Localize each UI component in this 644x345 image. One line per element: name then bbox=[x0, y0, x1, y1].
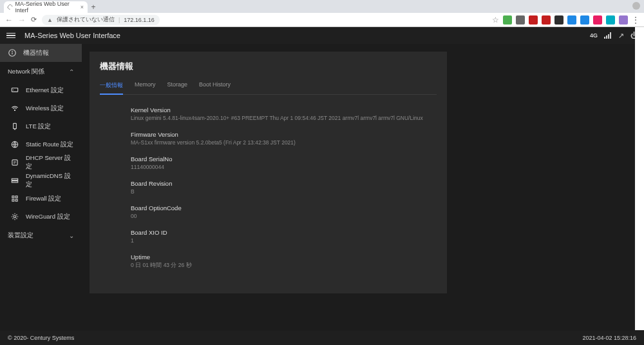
sidebar-icon: IP bbox=[10, 158, 19, 167]
info-value: B bbox=[131, 188, 437, 195]
sidebar-item-label: LTE 設定 bbox=[26, 123, 51, 131]
sidebar-item[interactable]: WireGuard 設定 bbox=[3, 208, 82, 226]
content-area: 機器情報 一般情報MemoryStorageBoot History Kerne… bbox=[82, 44, 644, 331]
svg-point-2 bbox=[12, 51, 13, 52]
sidebar-icon bbox=[10, 212, 19, 221]
info-value: 11140000044 bbox=[131, 164, 437, 171]
svg-rect-14 bbox=[12, 199, 14, 201]
url-text: 172.16.1.16 bbox=[124, 17, 155, 23]
window-control-icon[interactable] bbox=[632, 2, 640, 10]
sidebar-item-device-info[interactable]: 機器情報 bbox=[0, 44, 82, 62]
extension-icon[interactable] bbox=[619, 15, 628, 25]
sidebar-group-network[interactable]: Network 関係 ⌃ bbox=[0, 62, 82, 81]
svg-rect-11 bbox=[12, 181, 17, 182]
info-block: Kernel VersionLinux gemini 5.4.81-linux4… bbox=[100, 106, 437, 122]
svg-text:IP: IP bbox=[14, 161, 16, 164]
menu-icon[interactable] bbox=[6, 33, 15, 39]
sidebar-icon bbox=[10, 194, 19, 203]
back-button[interactable]: ← bbox=[5, 15, 13, 25]
extension-icon[interactable] bbox=[529, 15, 538, 25]
svg-point-5 bbox=[14, 110, 15, 110]
sidebar-item[interactable]: DynamicDNS 設定 bbox=[3, 172, 82, 190]
footer-datetime: 2021-04-02 15:28:16 bbox=[582, 335, 636, 341]
info-block: Board OptionCode00 bbox=[100, 204, 437, 220]
app-title: MA-Series Web User Interface bbox=[24, 32, 120, 39]
sidebar-item-label: DHCP Server 設定 bbox=[26, 154, 74, 171]
sidebar-group-device[interactable]: 装置設定 ⌄ bbox=[0, 226, 82, 245]
tab-一般情報[interactable]: 一般情報 bbox=[100, 81, 123, 95]
svg-point-4 bbox=[13, 90, 14, 90]
tab-boot-history[interactable]: Boot History bbox=[199, 81, 231, 94]
extension-icon[interactable] bbox=[503, 15, 512, 25]
status-icons: 4G ↗ ⏻ bbox=[590, 32, 638, 40]
svg-rect-15 bbox=[15, 199, 17, 201]
app-bar: MA-Series Web User Interface 4G ↗ ⏻ bbox=[0, 27, 644, 44]
info-label: Firmware Version bbox=[131, 131, 437, 138]
chevron-down-icon: ⌄ bbox=[69, 232, 74, 239]
url-field[interactable]: ▲ 保護されていない通信 | 172.16.1.16 bbox=[42, 15, 160, 25]
sidebar-icon bbox=[10, 140, 19, 149]
new-tab-button[interactable]: + bbox=[88, 1, 99, 13]
info-block: Firmware VersionMA-S1xx firmware version… bbox=[100, 131, 437, 146]
extension-icon[interactable] bbox=[580, 15, 589, 25]
extensions-row: ☆ ⋮ bbox=[492, 15, 639, 25]
sidebar-item-label: DynamicDNS 設定 bbox=[26, 172, 74, 189]
sidebar-item[interactable]: LTE 設定 bbox=[3, 117, 82, 135]
insecure-icon: ▲ bbox=[47, 17, 53, 23]
svg-rect-10 bbox=[12, 179, 17, 180]
info-block: Uptime0 日 01 時間 43 分 26 秒 bbox=[100, 253, 437, 269]
bookmark-icon[interactable]: ☆ bbox=[492, 15, 499, 25]
sidebar-icon bbox=[10, 86, 19, 95]
extension-icon[interactable] bbox=[593, 15, 602, 25]
svg-rect-13 bbox=[15, 196, 17, 198]
info-value: MA-S1xx firmware version 5.2.0beta5 (Fri… bbox=[131, 139, 437, 146]
info-value: 1 bbox=[131, 237, 437, 244]
sidebar-group-label: 装置設定 bbox=[8, 232, 33, 240]
sidebar-item-label: Ethernet 設定 bbox=[26, 86, 64, 95]
sidebar-item[interactable]: Wireless 設定 bbox=[3, 99, 82, 117]
chevron-up-icon: ⌃ bbox=[69, 68, 74, 75]
copyright: © 2020- Century Systems bbox=[8, 335, 74, 341]
sidebar-icon bbox=[10, 104, 19, 113]
page-title: 機器情報 bbox=[100, 61, 437, 72]
sidebar-item[interactable]: Ethernet 設定 bbox=[3, 81, 82, 99]
info-label: Board Revision bbox=[131, 180, 437, 187]
svg-rect-12 bbox=[12, 196, 14, 198]
tab-close-icon[interactable]: × bbox=[80, 4, 84, 10]
sidebar-item-label: Firewall 設定 bbox=[26, 195, 61, 203]
extension-icon[interactable] bbox=[516, 15, 525, 25]
info-card: 機器情報 一般情報MemoryStorageBoot History Kerne… bbox=[90, 52, 447, 293]
browser-address-bar: ← → ⟳ ▲ 保護されていない通信 | 172.16.1.16 ☆ ⋮ bbox=[0, 13, 644, 27]
info-label: Uptime bbox=[131, 253, 437, 261]
reload-button[interactable]: ⟳ bbox=[31, 15, 37, 24]
external-link-icon[interactable]: ↗ bbox=[618, 32, 624, 40]
extension-icon[interactable] bbox=[542, 15, 551, 25]
extension-icon[interactable] bbox=[567, 15, 576, 25]
forward-button: → bbox=[18, 15, 26, 25]
info-value: 0 日 01 時間 43 分 26 秒 bbox=[131, 262, 437, 269]
info-label: Board OptionCode bbox=[131, 204, 437, 212]
sidebar-item[interactable]: Firewall 設定 bbox=[3, 190, 82, 208]
sidebar-label: 機器情報 bbox=[23, 49, 49, 57]
sidebar-item-label: Wireless 設定 bbox=[26, 104, 64, 113]
sidebar-icon bbox=[10, 176, 19, 185]
info-block: Board SerialNo11140000044 bbox=[100, 155, 437, 171]
info-value: 00 bbox=[131, 213, 437, 220]
tab-memory[interactable]: Memory bbox=[135, 81, 156, 94]
footer: © 2020- Century Systems 2021-04-02 15:28… bbox=[0, 331, 644, 345]
sidebar-item[interactable]: IPDHCP Server 設定 bbox=[3, 153, 82, 172]
sidebar-item[interactable]: Static Route 設定 bbox=[3, 135, 82, 153]
extension-icon[interactable] bbox=[606, 15, 615, 25]
tab-favicon bbox=[6, 4, 14, 11]
scrollbar-track[interactable] bbox=[635, 27, 644, 330]
browser-tab[interactable]: MA-Series Web User Interf × bbox=[4, 1, 88, 13]
info-block: Board RevisionB bbox=[100, 180, 437, 195]
sidebar: 機器情報 Network 関係 ⌃ Ethernet 設定Wireless 設定… bbox=[0, 44, 82, 331]
browser-tab-strip: MA-Series Web User Interf × + bbox=[0, 0, 644, 13]
tab-storage[interactable]: Storage bbox=[167, 81, 188, 94]
browser-menu-icon[interactable]: ⋮ bbox=[632, 15, 639, 25]
extension-icon[interactable] bbox=[554, 15, 564, 25]
svg-rect-3 bbox=[12, 88, 17, 92]
info-icon bbox=[8, 48, 17, 57]
info-value: Linux gemini 5.4.81-linux4sam-2020.10+ #… bbox=[131, 115, 437, 122]
